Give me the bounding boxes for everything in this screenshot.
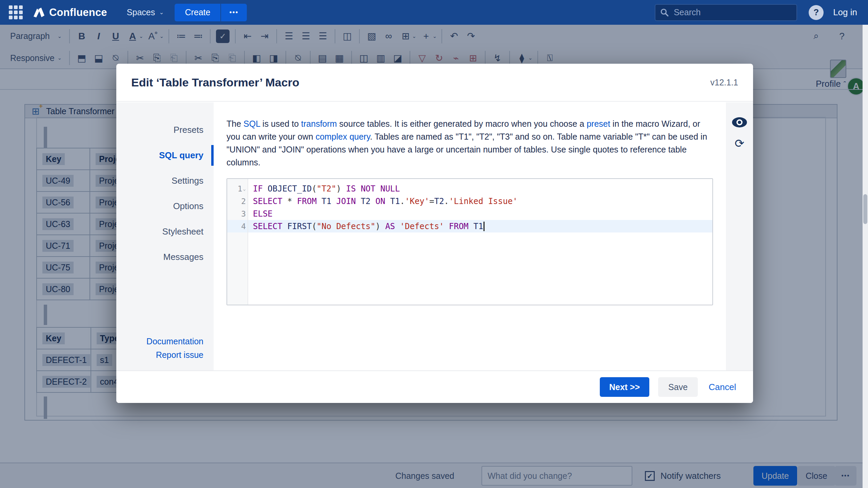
confluence-logo-icon <box>33 7 45 18</box>
code-token: JOIN <box>336 197 361 206</box>
search-input[interactable] <box>673 7 785 18</box>
product-name: Confluence <box>49 6 107 19</box>
code-token: ( <box>312 222 316 231</box>
chevron-down-icon: ⌄ <box>159 9 164 15</box>
sidebar-links: DocumentationReport issue <box>146 334 203 362</box>
dialog-side-tools: ⟳ <box>726 102 753 370</box>
app-switcher-icon[interactable] <box>9 5 23 19</box>
line-number-text: 4 <box>241 222 246 231</box>
tab-presets[interactable]: Presets <box>116 117 214 143</box>
confluence-logo[interactable]: Confluence <box>33 6 107 19</box>
code-token: T1 <box>473 222 483 231</box>
code-token: AS <box>385 222 400 231</box>
description-link[interactable]: preset <box>587 119 610 128</box>
code-token: OBJECT_ID <box>268 184 312 194</box>
help-icon[interactable]: ? <box>809 5 824 20</box>
cancel-button[interactable]: Cancel <box>707 382 738 393</box>
code-token: 'Key' <box>405 197 429 206</box>
spaces-menu[interactable]: Spaces ⌄ <box>122 5 169 20</box>
confluence-page: Confluence Spaces ⌄ Create ••• ? Log in … <box>0 0 868 488</box>
line-number-text: 3 <box>241 209 246 218</box>
dialog-header: Edit ‘Table Transformer’ Macro v12.1.1 <box>116 64 753 102</box>
code-token: = <box>429 197 434 206</box>
code-token: FIRST <box>287 222 312 231</box>
scrollbar-thumb[interactable] <box>863 194 867 224</box>
code-token: ) <box>336 184 346 194</box>
code-token: IF <box>253 184 268 194</box>
create-button[interactable]: Create <box>175 4 220 21</box>
code-token <box>444 222 449 231</box>
fold-chevron-icon[interactable]: ⌄ <box>243 186 246 191</box>
preview-eye-icon[interactable] <box>732 117 747 127</box>
description-link[interactable]: transform <box>301 119 337 128</box>
line-number: 2 <box>227 195 248 207</box>
dialog-sidebar: PresetsSQL querySettingsOptionsStyleshee… <box>116 102 214 370</box>
code-token: ) <box>375 222 385 231</box>
code-line[interactable]: SELECT * FROM T1 JOIN T2 ON T1.'Key'=T2.… <box>248 195 712 207</box>
code-token: 'Linked Issue' <box>449 197 517 206</box>
next-button[interactable]: Next >> <box>600 377 649 397</box>
code-token: T1 <box>390 197 400 206</box>
code-gutter: 1⌄234 <box>227 179 248 305</box>
text-cursor <box>484 222 485 231</box>
code-token: T1 <box>321 197 336 206</box>
save-button[interactable]: Save <box>658 377 698 397</box>
line-number: 4 <box>227 220 248 232</box>
dialog-title: Edit ‘Table Transformer’ Macro <box>131 76 299 89</box>
edit-macro-dialog: Edit ‘Table Transformer’ Macro v12.1.1 P… <box>116 64 753 403</box>
code-token: SELECT <box>253 222 287 231</box>
code-token: * <box>287 197 297 206</box>
code-token: ON <box>375 197 390 206</box>
nav-more-button[interactable]: ••• <box>221 4 246 21</box>
refresh-icon[interactable]: ⟳ <box>735 138 745 149</box>
code-token: . <box>444 197 449 206</box>
dialog-content: The SQL is used to transform source tabl… <box>214 102 726 370</box>
code-token: T2 <box>434 197 444 206</box>
sql-code-editor[interactable]: 1⌄234 IF OBJECT_ID("T2") IS NOT NULLSELE… <box>226 178 713 305</box>
code-token: FROM <box>297 197 321 206</box>
page-scrollbar[interactable] <box>863 25 868 488</box>
macro-version: v12.1.1 <box>710 78 738 87</box>
link-documentation[interactable]: Documentation <box>146 334 203 348</box>
link-report-issue[interactable]: Report issue <box>146 348 203 362</box>
top-navigation: Confluence Spaces ⌄ Create ••• ? Log in <box>0 0 868 25</box>
tab-sql-query[interactable]: SQL query <box>116 143 214 168</box>
code-token: "T2" <box>317 184 336 194</box>
description-text: source tables. It is either generated by… <box>337 119 587 128</box>
dialog-body: PresetsSQL querySettingsOptionsStyleshee… <box>116 102 753 370</box>
code-token: ELSE <box>253 209 273 219</box>
code-token: "No Defects" <box>317 222 375 231</box>
code-line[interactable]: ELSE <box>248 207 712 220</box>
tab-options[interactable]: Options <box>116 194 214 219</box>
code-lines[interactable]: IF OBJECT_ID("T2") IS NOT NULLSELECT * F… <box>248 179 712 305</box>
code-token: ( <box>312 184 316 194</box>
login-link[interactable]: Log in <box>833 7 857 18</box>
code-token: T2 <box>361 197 375 206</box>
global-search[interactable] <box>655 4 797 21</box>
line-number: 3 <box>227 207 248 220</box>
description-text: is used to <box>260 119 301 128</box>
code-token: 'Defects' <box>400 222 444 231</box>
line-number: 1⌄ <box>227 182 248 195</box>
code-token: SELECT <box>253 197 287 206</box>
description-link[interactable]: SQL <box>243 119 260 128</box>
dialog-footer: Next >> Save Cancel <box>116 370 753 403</box>
line-number-text: 2 <box>241 197 246 206</box>
search-icon <box>660 8 669 17</box>
code-token: FROM <box>449 222 473 231</box>
tab-settings[interactable]: Settings <box>116 168 214 194</box>
code-token: IS NOT NULL <box>346 184 400 194</box>
code-line[interactable]: IF OBJECT_ID("T2") IS NOT NULL <box>248 182 712 195</box>
sql-description: The SQL is used to transform source tabl… <box>226 117 713 169</box>
code-token: . <box>400 197 405 206</box>
description-text: The <box>226 119 243 128</box>
code-line[interactable]: SELECT FIRST("No Defects") AS 'Defects' … <box>248 220 712 232</box>
description-link[interactable]: complex query <box>316 132 370 141</box>
tab-stylesheet[interactable]: Stylesheet <box>116 219 214 244</box>
line-number-text: 1 <box>238 184 242 193</box>
tab-messages[interactable]: Messages <box>116 244 214 270</box>
